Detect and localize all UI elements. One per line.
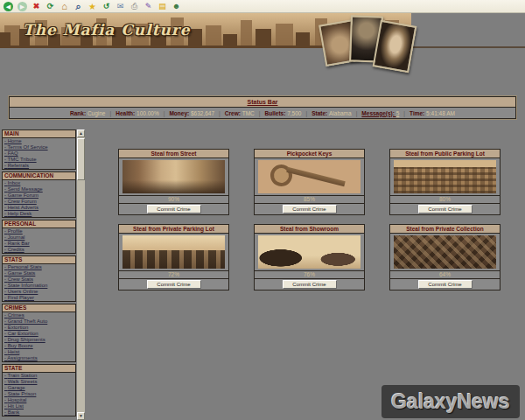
edit-icon[interactable]: ✎	[144, 2, 153, 11]
sidebar-item-heist-adverts[interactable]: Heist Adverts	[3, 205, 75, 211]
status-field-separator: |	[164, 110, 165, 116]
sidebar-item-hit-list[interactable]: Hit List	[3, 403, 75, 410]
status-field-health: Health: 100.00%	[116, 110, 159, 116]
mail-icon[interactable]: ✉	[116, 2, 125, 11]
status-field-value: Cugine	[88, 110, 106, 116]
sidebar-item-terms-of-service[interactable]: Terms Of Service	[3, 144, 75, 150]
crime-success-rate: 72%	[119, 271, 228, 279]
history-icon[interactable]: ↺	[102, 2, 111, 11]
commit-crime-button[interactable]: Commit Crime	[147, 280, 201, 289]
status-bar-title[interactable]: Status Bar	[10, 97, 515, 108]
crime-card-title: Steal from Showroom	[255, 225, 364, 234]
sidebar-item-journal[interactable]: Journal	[3, 234, 75, 241]
crime-card: Steal from Private Collection64%Commit C…	[389, 224, 500, 290]
sidebar-item-state-prison[interactable]: State Prison	[3, 391, 75, 397]
sidebar-item-find-player[interactable]: Find Player	[3, 295, 75, 301]
sidebar-section-main: MAINHomeTerms Of ServiceFAQTMC TributeRe…	[2, 130, 76, 170]
crime-card: Pickpocket Keys85%Commit Crime	[254, 149, 365, 215]
sidebar-scrollbar[interactable]: ▲ ▼	[77, 130, 85, 420]
sidebar-item-crew-stats[interactable]: Crew Stats	[3, 276, 75, 283]
sidebar-item-users-online[interactable]: Users Online	[3, 289, 75, 295]
status-field-label: Health:	[116, 110, 136, 116]
status-field-time: Time: 5:41:48 AM	[410, 110, 455, 116]
sidebar-item-extortion[interactable]: Extortion	[3, 325, 75, 331]
favorites-icon[interactable]: ★	[88, 2, 97, 11]
search-icon[interactable]: ⌕	[74, 2, 83, 11]
sidebar-item-game-forum[interactable]: Game Forum	[3, 192, 75, 199]
home-icon[interactable]: ⌂	[60, 2, 69, 11]
status-bar-fields: Rank: Cugine|Health: 100.00%|Money: $632…	[10, 108, 515, 118]
banner-photos	[322, 15, 418, 69]
sidebar-item-heist[interactable]: Heist	[3, 349, 75, 355]
sidebar-item-faq[interactable]: FAQ	[3, 150, 75, 157]
sidebar-item-train-station[interactable]: Train Station	[3, 373, 75, 379]
sidebar-item-car-extortion[interactable]: Car Extortion	[3, 331, 75, 337]
sidebar-item-inbox[interactable]: Inbox	[3, 180, 75, 186]
commit-crime-button[interactable]: Commit Crime	[283, 205, 337, 214]
status-field-messages[interactable]: Message(s): 5	[361, 110, 399, 116]
back-icon[interactable]: ◀	[4, 2, 13, 11]
crime-success-rate: 85%	[255, 196, 364, 204]
messenger-icon[interactable]: ☻	[172, 2, 181, 11]
sidebar-section-title: COMMUNICATION	[3, 172, 75, 180]
sidebar-section-items: Personal StatsGame StatsCrew StatsState …	[3, 264, 75, 301]
status-field-value: 100.00%	[136, 110, 159, 116]
sidebar-item-assignments[interactable]: Assignments	[3, 355, 75, 361]
crime-card-title: Steal from Public Parking Lot	[390, 150, 500, 158]
scrollbar-thumb[interactable]	[77, 138, 85, 180]
galaxynews-logo[interactable]: GalaxyNews	[382, 385, 520, 418]
stop-icon[interactable]: ✖	[32, 2, 41, 11]
commit-crime-button[interactable]: Commit Crime	[283, 280, 337, 289]
crime-success-rate: 76%	[255, 271, 364, 279]
sidebar-section-crimes: CRIMESCrimesGrand Theft AutoExtortionCar…	[2, 304, 76, 362]
crime-success-rate: 80%	[390, 196, 500, 204]
sidebar-item-crew-forum[interactable]: Crew Forum	[3, 199, 75, 205]
sidebar-section-items: Train StationWalk StreetsGarageState Pri…	[3, 373, 75, 416]
status-field-crew: Crew: TMC	[225, 110, 255, 116]
notes-icon[interactable]: ▤	[158, 2, 167, 11]
sidebar-item-send-message[interactable]: Send Message	[3, 186, 75, 192]
status-field-separator: |	[356, 110, 358, 116]
commit-crime-button[interactable]: Commit Crime	[418, 280, 472, 289]
sidebar-item-crimes[interactable]: Crimes	[3, 312, 75, 318]
status-field-label: Money:	[169, 110, 191, 116]
commit-crime-button[interactable]: Commit Crime	[147, 205, 201, 214]
sidebar-item-game-stats[interactable]: Game Stats	[3, 270, 75, 276]
sidebar-section-items: InboxSend MessageGame ForumCrew ForumHei…	[3, 180, 75, 217]
sidebar: MAINHomeTerms Of ServiceFAQTMC TributeRe…	[2, 130, 85, 420]
sidebar-section-title: STATS	[3, 256, 75, 264]
status-field-label: Crew:	[225, 110, 242, 116]
sidebar-item-personal-stats[interactable]: Personal Stats	[3, 264, 75, 270]
sidebar-item-state-information[interactable]: State Information	[3, 283, 75, 289]
sidebar-item-profile[interactable]: Profile	[3, 228, 75, 234]
sidebar-item-hospital[interactable]: Hospital	[3, 397, 75, 403]
sidebar-item-bank[interactable]: Bank	[3, 410, 75, 416]
crime-card-image-frame	[119, 158, 228, 196]
sidebar-item-walk-streets[interactable]: Walk Streets	[3, 379, 75, 385]
crime-card: Steal from Showroom76%Commit Crime	[254, 224, 365, 290]
status-field-label: Bullets:	[264, 110, 287, 116]
crime-button-row: Commit Crime	[119, 279, 228, 290]
status-field-value: 7,500	[287, 110, 301, 116]
sidebar-item-grand-theft-auto[interactable]: Grand Theft Auto	[3, 318, 75, 325]
sidebar-item-home[interactable]: Home	[3, 138, 75, 144]
forward-icon[interactable]: ▶	[18, 2, 27, 11]
sidebar-item-help-desk[interactable]: Help Desk	[3, 211, 75, 217]
sidebar-item-garage[interactable]: Garage	[3, 385, 75, 391]
sidebar-item-rank-bar[interactable]: Rank Bar	[3, 241, 75, 247]
sidebar-section-items: HomeTerms Of ServiceFAQTMC TributeReferr…	[3, 138, 75, 169]
scroll-up-arrow-icon[interactable]: ▲	[77, 130, 85, 137]
status-field-value: TMC	[242, 110, 255, 116]
sidebar-item-buy-booze[interactable]: Buy Booze	[3, 343, 75, 349]
print-icon[interactable]: ⎙	[130, 2, 139, 11]
sidebar-item-tmc-tribute[interactable]: TMC Tribute	[3, 157, 75, 163]
crime-button-row: Commit Crime	[255, 204, 364, 214]
sidebar-item-drug-shipments[interactable]: Drug Shipments	[3, 337, 75, 343]
sidebar-item-credits[interactable]: Credits	[3, 247, 75, 253]
sidebar-item-referrals[interactable]: Referrals	[3, 163, 75, 169]
crime-card-image-frame	[390, 158, 500, 196]
scroll-down-arrow-icon[interactable]: ▼	[77, 412, 85, 420]
refresh-icon[interactable]: ⟳	[46, 2, 55, 11]
commit-crime-button[interactable]: Commit Crime	[418, 205, 472, 214]
sidebar-section-items: CrimesGrand Theft AutoExtortionCar Extor…	[3, 312, 75, 361]
